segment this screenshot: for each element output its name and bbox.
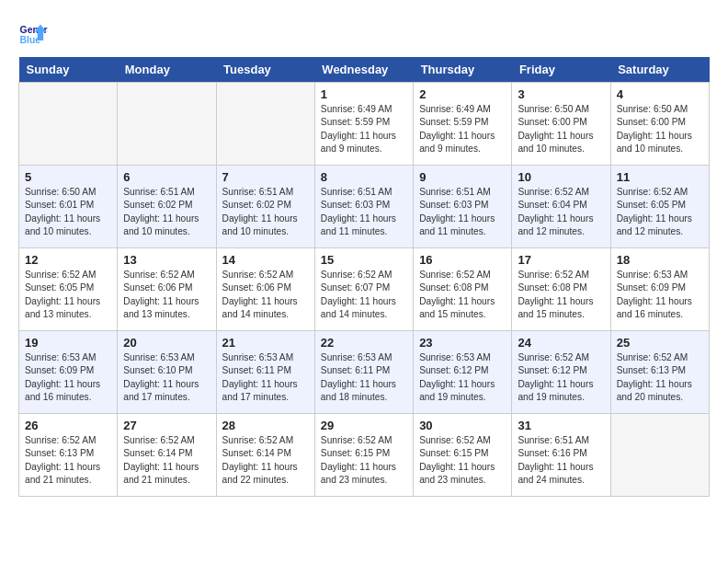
cal-cell-11: 11Sunrise: 6:52 AM Sunset: 6:05 PM Dayli…	[610, 166, 709, 248]
cal-cell-15: 15Sunrise: 6:52 AM Sunset: 6:07 PM Dayli…	[314, 248, 413, 331]
week-row-3: 12Sunrise: 6:52 AM Sunset: 6:05 PM Dayli…	[19, 248, 710, 331]
week-row-4: 19Sunrise: 6:53 AM Sunset: 6:09 PM Dayli…	[19, 331, 710, 414]
day-number: 26	[25, 419, 111, 432]
cell-info: Sunrise: 6:52 AM Sunset: 6:08 PM Dayligh…	[419, 269, 506, 321]
cell-info: Sunrise: 6:52 AM Sunset: 6:14 PM Dayligh…	[123, 434, 210, 487]
day-header-row: SundayMondayTuesdayWednesdayThursdayFrid…	[19, 57, 710, 83]
cell-info: Sunrise: 6:50 AM Sunset: 6:01 PM Dayligh…	[25, 186, 111, 238]
cal-cell-empty-2	[216, 83, 314, 166]
cal-cell-22: 22Sunrise: 6:53 AM Sunset: 6:11 PM Dayli…	[314, 331, 413, 414]
cell-info: Sunrise: 6:52 AM Sunset: 6:15 PM Dayligh…	[419, 434, 506, 487]
cal-cell-5: 5Sunrise: 6:50 AM Sunset: 6:01 PM Daylig…	[19, 166, 118, 248]
cal-cell-3: 3Sunrise: 6:50 AM Sunset: 6:00 PM Daylig…	[512, 83, 610, 166]
cal-cell-27: 27Sunrise: 6:52 AM Sunset: 6:14 PM Dayli…	[118, 414, 216, 497]
cell-info: Sunrise: 6:52 AM Sunset: 6:13 PM Dayligh…	[25, 434, 111, 487]
cell-info: Sunrise: 6:51 AM Sunset: 6:16 PM Dayligh…	[518, 434, 604, 487]
cell-info: Sunrise: 6:52 AM Sunset: 6:05 PM Dayligh…	[25, 269, 111, 321]
day-number: 8	[321, 170, 407, 184]
cell-info: Sunrise: 6:50 AM Sunset: 6:00 PM Dayligh…	[518, 103, 604, 155]
day-number: 5	[25, 170, 111, 184]
day-number: 10	[518, 170, 604, 184]
cell-info: Sunrise: 6:51 AM Sunset: 6:02 PM Dayligh…	[123, 186, 210, 238]
day-number: 21	[222, 336, 309, 350]
day-number: 25	[617, 336, 703, 350]
day-number: 29	[321, 419, 407, 432]
cell-info: Sunrise: 6:52 AM Sunset: 6:04 PM Dayligh…	[518, 186, 604, 238]
cal-cell-20: 20Sunrise: 6:53 AM Sunset: 6:10 PM Dayli…	[118, 331, 216, 414]
day-number: 31	[518, 419, 604, 432]
cal-cell-13: 13Sunrise: 6:52 AM Sunset: 6:06 PM Dayli…	[118, 248, 216, 331]
day-number: 14	[222, 253, 309, 267]
cell-info: Sunrise: 6:52 AM Sunset: 6:14 PM Dayligh…	[222, 434, 309, 487]
cal-cell-2: 2Sunrise: 6:49 AM Sunset: 5:59 PM Daylig…	[414, 83, 512, 166]
cal-cell-21: 21Sunrise: 6:53 AM Sunset: 6:11 PM Dayli…	[216, 331, 314, 414]
week-row-5: 26Sunrise: 6:52 AM Sunset: 6:13 PM Dayli…	[19, 414, 710, 497]
day-header-saturday: Saturday	[610, 57, 709, 83]
day-number: 11	[617, 170, 703, 184]
day-header-friday: Friday	[512, 57, 610, 83]
cal-cell-10: 10Sunrise: 6:52 AM Sunset: 6:04 PM Dayli…	[512, 166, 610, 248]
cell-info: Sunrise: 6:52 AM Sunset: 6:07 PM Dayligh…	[321, 269, 407, 321]
cal-cell-1: 1Sunrise: 6:49 AM Sunset: 5:59 PM Daylig…	[314, 83, 413, 166]
day-number: 1	[321, 87, 407, 101]
cal-cell-12: 12Sunrise: 6:52 AM Sunset: 6:05 PM Dayli…	[19, 248, 118, 331]
day-number: 30	[419, 419, 506, 432]
day-header-tuesday: Tuesday	[216, 57, 314, 83]
cal-cell-25: 25Sunrise: 6:52 AM Sunset: 6:13 PM Dayli…	[610, 331, 709, 414]
calendar-table: SundayMondayTuesdayWednesdayThursdayFrid…	[18, 57, 710, 497]
cell-info: Sunrise: 6:53 AM Sunset: 6:11 PM Dayligh…	[321, 351, 407, 404]
cell-info: Sunrise: 6:49 AM Sunset: 5:59 PM Dayligh…	[419, 103, 506, 155]
cell-info: Sunrise: 6:52 AM Sunset: 6:08 PM Dayligh…	[518, 269, 604, 321]
cal-cell-23: 23Sunrise: 6:53 AM Sunset: 6:12 PM Dayli…	[414, 331, 512, 414]
week-row-2: 5Sunrise: 6:50 AM Sunset: 6:01 PM Daylig…	[19, 166, 710, 248]
cell-info: Sunrise: 6:53 AM Sunset: 6:09 PM Dayligh…	[25, 351, 111, 404]
cal-cell-24: 24Sunrise: 6:52 AM Sunset: 6:12 PM Dayli…	[512, 331, 610, 414]
cal-cell-empty-1	[118, 83, 216, 166]
cell-info: Sunrise: 6:53 AM Sunset: 6:11 PM Dayligh…	[222, 351, 309, 404]
cal-cell-30: 30Sunrise: 6:52 AM Sunset: 6:15 PM Dayli…	[414, 414, 512, 497]
day-header-sunday: Sunday	[19, 57, 118, 83]
day-number: 4	[617, 87, 703, 101]
cal-cell-17: 17Sunrise: 6:52 AM Sunset: 6:08 PM Dayli…	[512, 248, 610, 331]
cal-cell-19: 19Sunrise: 6:53 AM Sunset: 6:09 PM Dayli…	[19, 331, 118, 414]
day-number: 6	[123, 170, 210, 184]
day-number: 9	[419, 170, 506, 184]
cell-info: Sunrise: 6:51 AM Sunset: 6:03 PM Dayligh…	[419, 186, 506, 238]
day-number: 23	[419, 336, 506, 350]
cell-info: Sunrise: 6:52 AM Sunset: 6:15 PM Dayligh…	[321, 434, 407, 487]
cal-cell-9: 9Sunrise: 6:51 AM Sunset: 6:03 PM Daylig…	[414, 166, 512, 248]
cal-cell-31: 31Sunrise: 6:51 AM Sunset: 6:16 PM Dayli…	[512, 414, 610, 497]
week-row-1: 1Sunrise: 6:49 AM Sunset: 5:59 PM Daylig…	[19, 83, 710, 166]
cal-cell-empty-6	[610, 414, 709, 497]
day-number: 12	[25, 253, 111, 267]
cell-info: Sunrise: 6:52 AM Sunset: 6:12 PM Dayligh…	[518, 351, 604, 404]
logo: General Blue	[18, 18, 53, 48]
cell-info: Sunrise: 6:52 AM Sunset: 6:06 PM Dayligh…	[222, 269, 309, 321]
cal-cell-empty-0	[19, 83, 118, 166]
cell-info: Sunrise: 6:53 AM Sunset: 6:12 PM Dayligh…	[419, 351, 506, 404]
cal-cell-18: 18Sunrise: 6:53 AM Sunset: 6:09 PM Dayli…	[610, 248, 709, 331]
cal-cell-26: 26Sunrise: 6:52 AM Sunset: 6:13 PM Dayli…	[19, 414, 118, 497]
day-header-wednesday: Wednesday	[314, 57, 413, 83]
cell-info: Sunrise: 6:49 AM Sunset: 5:59 PM Dayligh…	[321, 103, 407, 155]
day-number: 27	[123, 419, 210, 432]
cal-cell-16: 16Sunrise: 6:52 AM Sunset: 6:08 PM Dayli…	[414, 248, 512, 331]
logo-icon: General Blue	[18, 18, 48, 48]
cal-cell-6: 6Sunrise: 6:51 AM Sunset: 6:02 PM Daylig…	[118, 166, 216, 248]
cal-cell-4: 4Sunrise: 6:50 AM Sunset: 6:00 PM Daylig…	[610, 83, 709, 166]
cal-cell-28: 28Sunrise: 6:52 AM Sunset: 6:14 PM Dayli…	[216, 414, 314, 497]
day-number: 24	[518, 336, 604, 350]
cell-info: Sunrise: 6:52 AM Sunset: 6:13 PM Dayligh…	[617, 351, 703, 404]
cell-info: Sunrise: 6:50 AM Sunset: 6:00 PM Dayligh…	[617, 103, 703, 155]
day-number: 22	[321, 336, 407, 350]
day-number: 13	[123, 253, 210, 267]
day-number: 20	[123, 336, 210, 350]
day-number: 15	[321, 253, 407, 267]
cal-cell-8: 8Sunrise: 6:51 AM Sunset: 6:03 PM Daylig…	[314, 166, 413, 248]
cal-cell-29: 29Sunrise: 6:52 AM Sunset: 6:15 PM Dayli…	[314, 414, 413, 497]
day-number: 18	[617, 253, 703, 267]
day-number: 2	[419, 87, 506, 101]
day-header-thursday: Thursday	[414, 57, 512, 83]
day-number: 7	[222, 170, 309, 184]
cell-info: Sunrise: 6:51 AM Sunset: 6:02 PM Dayligh…	[222, 186, 309, 238]
